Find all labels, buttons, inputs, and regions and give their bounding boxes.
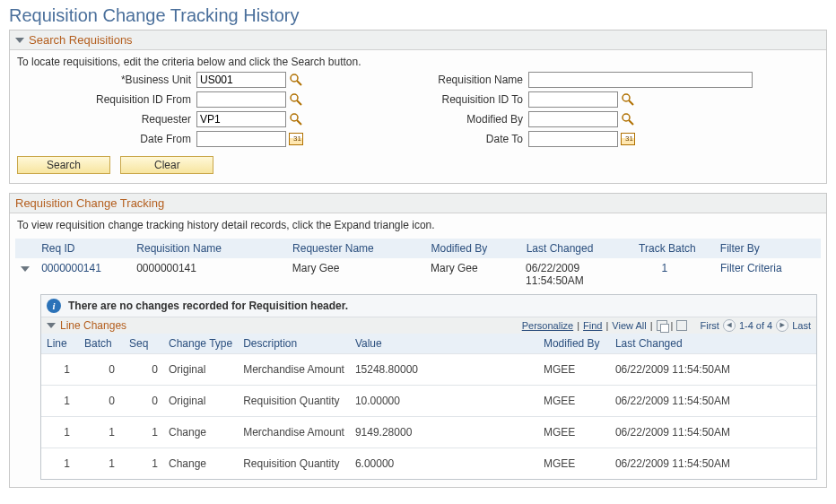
lc-col-description[interactable]: Description — [238, 334, 350, 354]
lc-col-value[interactable]: Value — [350, 334, 538, 354]
cell-description: Requisition Quantity — [238, 386, 350, 417]
calendar-icon[interactable]: 31 — [289, 133, 303, 145]
nav-range: 1-4 of 4 — [739, 320, 772, 331]
table-row: 100OriginalMerchandise Amount15248.80000… — [41, 354, 816, 386]
label-modified-by: Modified By — [376, 113, 528, 126]
lc-col-seq[interactable]: Seq — [124, 334, 163, 354]
svg-line-1 — [297, 81, 301, 85]
lc-col-line[interactable]: Line — [41, 334, 79, 354]
lookup-icon[interactable] — [289, 92, 303, 107]
cell-seq: 1 — [124, 417, 163, 448]
col-track-batch[interactable]: Track Batch — [639, 242, 720, 255]
cell-last-changed: 06/22/2009 11:54:50AM — [610, 354, 816, 386]
calendar-icon[interactable]: 31 — [621, 133, 635, 145]
lookup-icon[interactable] — [289, 112, 303, 126]
page-title: Requisition Change Tracking History — [9, 5, 827, 26]
info-text: There are no changes recorded for Requis… — [68, 300, 348, 312]
info-icon: i — [47, 299, 61, 313]
tracking-grid-row: 0000000141 0000000141 Mary Gee Mary Gee … — [15, 258, 821, 291]
search-instruction: To locate requisitions, edit the criteri… — [17, 56, 819, 68]
input-requester[interactable] — [196, 111, 286, 127]
cell-req-id[interactable]: 0000000141 — [41, 262, 136, 274]
lc-col-change-type[interactable]: Change Type — [163, 334, 238, 354]
cell-modified-by: MGEE — [538, 448, 610, 480]
cell-value: 9149.28000 — [350, 417, 538, 448]
cell-filter-by[interactable]: Filter Criteria — [720, 262, 815, 274]
cell-last-changed: 06/22/2009 11:54:50AM — [526, 262, 638, 287]
input-date-to[interactable] — [528, 131, 618, 147]
find-link[interactable]: Find — [583, 320, 602, 331]
cell-req-name: 0000000141 — [136, 262, 292, 274]
cell-value: 10.00000 — [350, 386, 538, 417]
nav-prev-icon[interactable]: ◄ — [723, 319, 736, 332]
lc-col-batch[interactable]: Batch — [79, 334, 124, 354]
lc-col-modified-by[interactable]: Modified By — [538, 334, 610, 354]
svg-point-0 — [291, 74, 298, 82]
collapse-icon[interactable] — [15, 38, 24, 43]
svg-point-8 — [623, 114, 630, 121]
cell-modified-by: MGEE — [538, 354, 610, 386]
svg-point-6 — [623, 94, 630, 101]
cell-line: 1 — [41, 386, 79, 417]
cell-description: Merchandise Amount — [238, 417, 350, 448]
label-date-to: Date To — [376, 133, 528, 145]
table-row: 111ChangeRequisition Quantity6.00000MGEE… — [41, 448, 816, 480]
col-requester-name[interactable]: Requester Name — [292, 242, 431, 255]
lookup-icon[interactable] — [289, 73, 303, 87]
cell-change-type: Original — [163, 354, 238, 386]
label-business-unit: *Business Unit — [17, 74, 196, 86]
zoom-icon[interactable] — [657, 320, 667, 331]
label-requester: Requester — [17, 113, 196, 126]
col-filter-by[interactable]: Filter By — [720, 242, 815, 255]
label-req-name: Requisition Name — [376, 74, 528, 86]
lookup-icon[interactable] — [621, 112, 635, 126]
input-req-name[interactable] — [528, 72, 753, 88]
cell-seq: 0 — [124, 386, 163, 417]
cell-seq: 1 — [124, 448, 163, 480]
expand-row-icon[interactable] — [21, 266, 30, 272]
input-req-id-from[interactable] — [196, 91, 286, 108]
cell-description: Requisition Quantity — [238, 448, 350, 480]
svg-point-2 — [291, 94, 298, 101]
col-req-name[interactable]: Requisition Name — [136, 242, 292, 255]
label-req-id-from: Requisition ID From — [17, 93, 196, 106]
input-req-id-to[interactable] — [528, 91, 618, 108]
input-modified-by[interactable] — [528, 111, 618, 127]
cell-value: 15248.80000 — [350, 354, 538, 386]
info-bar: i There are no changes recorded for Requ… — [41, 295, 816, 317]
cell-track-batch[interactable]: 1 — [638, 262, 720, 274]
cell-last-changed: 06/22/2009 11:54:50AM — [610, 417, 816, 448]
input-date-from[interactable] — [196, 131, 286, 147]
line-changes-panel: i There are no changes recorded for Requ… — [40, 294, 817, 480]
lc-col-last-changed[interactable]: Last Changed — [610, 334, 816, 354]
table-row: 100OriginalRequisition Quantity10.00000M… — [41, 386, 816, 417]
cell-modified-by: MGEE — [538, 386, 610, 417]
tracking-grid-header: Req ID Requisition Name Requester Name M… — [15, 239, 821, 258]
line-changes-table: Line Batch Seq Change Type Description V… — [41, 334, 816, 479]
collapse-icon[interactable] — [47, 323, 56, 328]
cell-line: 1 — [41, 417, 79, 448]
clear-button[interactable]: Clear — [120, 156, 213, 174]
cell-last-changed: 06/22/2009 11:54:50AM — [610, 386, 816, 417]
search-panel-header[interactable]: Search Requisitions — [10, 30, 826, 50]
lookup-icon[interactable] — [621, 92, 635, 107]
search-button[interactable]: Search — [17, 156, 110, 174]
col-req-id[interactable]: Req ID — [41, 242, 136, 255]
cell-batch: 1 — [79, 448, 124, 480]
cell-modified-by: Mary Gee — [431, 262, 526, 274]
nav-last[interactable]: Last — [792, 320, 811, 331]
svg-line-5 — [297, 120, 301, 125]
col-modified-by[interactable]: Modified By — [431, 242, 526, 255]
nav-next-icon[interactable]: ► — [776, 319, 788, 332]
view-all-link[interactable]: View All — [612, 320, 646, 331]
download-icon[interactable] — [676, 320, 687, 331]
tracking-instruction: To view requisition change tracking hist… — [10, 213, 826, 233]
col-last-changed[interactable]: Last Changed — [527, 242, 639, 255]
cell-batch: 0 — [79, 354, 124, 386]
svg-line-7 — [629, 100, 633, 105]
input-business-unit[interactable] — [196, 72, 286, 88]
nav-first[interactable]: First — [701, 320, 719, 331]
personalize-link[interactable]: Personalize — [522, 320, 573, 331]
label-date-from: Date From — [17, 133, 196, 145]
cell-last-changed: 06/22/2009 11:54:50AM — [610, 448, 816, 480]
